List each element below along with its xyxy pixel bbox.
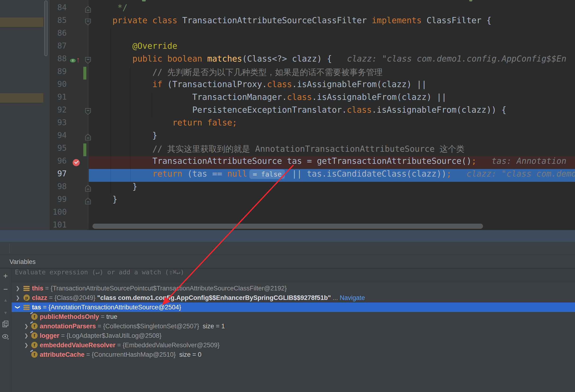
- field-icon: f: [31, 342, 38, 348]
- variables-panel: +−▲▼ Evaluate expression (↵) or add a wa…: [0, 269, 575, 392]
- chevron-right-icon[interactable]: ❯: [24, 331, 29, 340]
- line-number-93: 93: [50, 118, 67, 131]
- navigate-link[interactable]: Navigate: [340, 294, 365, 301]
- code-line-94[interactable]: }: [89, 131, 575, 144]
- indent-guide: [130, 67, 131, 182]
- variable-row-tas[interactable]: ❯tas = {AnnotationTransactionAttributeSo…: [12, 302, 575, 312]
- line-number-88: 88: [50, 54, 67, 67]
- variable-row-embeddedValueResolver[interactable]: ❯fembeddedValueResolver = {EmbeddedValue…: [12, 340, 575, 350]
- variable-row-logger[interactable]: ❯flogger = {LogAdapter$JavaUtilLog@2508}: [12, 331, 575, 340]
- code-line-99[interactable]: }: [89, 195, 575, 207]
- variable-value: = {TransactionAttributeSourcePointcut$Tr…: [43, 285, 287, 292]
- line-number-86: 86: [50, 28, 67, 41]
- variable-name: clazz: [32, 294, 47, 301]
- line-number-94: 94: [50, 131, 67, 144]
- variable-value: = {ConcurrentHashMap@2510}: [84, 351, 179, 358]
- line-number-92: 92: [50, 105, 67, 118]
- chevron-right-icon[interactable]: ❯: [24, 321, 29, 331]
- inline-debugger-hint: clazz: "class com.demo1.config.AppConfig…: [347, 54, 566, 63]
- code-line-92[interactable]: PersistenceExceptionTranslator.class.isA…: [89, 105, 575, 118]
- fold-start-marker[interactable]: [85, 19, 91, 25]
- inline-debugger-hint: clazz: "class com.demo: [467, 169, 575, 178]
- variable-row-publicMethodsOnly[interactable]: fpublicMethodsOnly = true: [12, 312, 575, 321]
- chevron-right-icon[interactable]: ❯: [15, 293, 20, 302]
- override-method-icon[interactable]: I↑: [70, 54, 84, 67]
- field-icon: f: [31, 332, 38, 339]
- code-line-100[interactable]: [89, 207, 575, 220]
- move-down-button[interactable]: ▼: [0, 309, 11, 317]
- variable-row-clazz[interactable]: ❯pclazz = {Class@2049} "class com.demo1.…: [12, 293, 575, 302]
- line-number-85: 85: [50, 16, 67, 28]
- variable-row-this[interactable]: ❯this = {TransactionAttributeSourcePoint…: [12, 284, 575, 293]
- remove-watch-button[interactable]: −: [0, 285, 11, 294]
- code-line-96[interactable]: TransactionAttributeSource tas = getTran…: [89, 156, 575, 169]
- variable-icon: [24, 286, 30, 291]
- code-line-90[interactable]: if (TransactionalProxy.class.isAssignabl…: [89, 79, 575, 92]
- indent-guide: [151, 92, 152, 118]
- add-watch-button[interactable]: +: [0, 272, 11, 280]
- variable-value: = {LogAdapter$JavaUtilLog@2508}: [59, 332, 162, 339]
- line-number-98: 98: [50, 182, 67, 195]
- toolbar-separator: [9, 244, 10, 253]
- line-number-84: 84: [50, 3, 67, 16]
- code-line-97[interactable]: return (tas == null= false || tas.isCand…: [89, 169, 575, 182]
- line-number-100: 100: [50, 207, 67, 220]
- debugger-toolbar: [0, 242, 575, 255]
- pin-icon: [30, 321, 33, 324]
- indent-guide: [111, 28, 111, 195]
- fold-end-marker[interactable]: [85, 197, 91, 204]
- code-line-93[interactable]: return false;: [89, 118, 575, 131]
- variable-name: tas: [32, 304, 41, 311]
- pin-icon: [30, 350, 33, 352]
- eye-icon[interactable]: [0, 334, 11, 341]
- fold-end-marker[interactable]: [85, 133, 91, 141]
- field-icon: f: [31, 313, 38, 320]
- code-line-87[interactable]: @Override: [89, 41, 575, 54]
- code-line-89[interactable]: // 先判断是否为以下几种类型，如果是的话不需要被事务管理: [89, 67, 575, 79]
- line-number-91: 91: [50, 92, 67, 105]
- variable-row-attributeCache[interactable]: fattributeCache = {ConcurrentHashMap@251…: [12, 350, 575, 359]
- breakpoint-icon[interactable]: [73, 159, 80, 166]
- variable-value: = {Collections$SingletonSet@2507}: [96, 323, 203, 330]
- fold-end-marker[interactable]: [85, 6, 91, 13]
- fold-start-marker[interactable]: [85, 57, 91, 64]
- variable-name: embeddedValueResolver: [40, 342, 116, 349]
- code-line-91[interactable]: TransactionManager.class.isAssignableFro…: [89, 92, 575, 105]
- variable-value: =: [99, 313, 106, 320]
- debugger-tabs-row: Variables: [0, 255, 575, 268]
- code-editor[interactable]: */ private class TransactionAttributeSou…: [0, 0, 575, 230]
- variable-value: size = 0: [179, 351, 201, 358]
- code-line-86[interactable]: [89, 28, 575, 41]
- chevron-down-icon[interactable]: ❯: [13, 305, 23, 310]
- code-line-98[interactable]: }: [89, 182, 575, 195]
- code-line-88[interactable]: public boolean matches(Class<?> clazz) {…: [89, 54, 575, 67]
- line-number-87: 87: [50, 41, 67, 54]
- variable-value: = {EmbeddedValueResolver@2509}: [116, 342, 220, 349]
- gutter-layer: 8485868788I↑8990919293949596979899100101: [50, 0, 91, 230]
- chevron-right-icon[interactable]: ❯: [24, 340, 29, 350]
- editor-horizontal-scrollbar[interactable]: [93, 224, 483, 229]
- variable-row-annotationParsers[interactable]: ❯fannotationParsers = {Collections$Singl…: [12, 321, 575, 331]
- code-line-84[interactable]: */: [89, 3, 575, 16]
- debug-panel-header-band: [0, 230, 575, 242]
- fold-start-marker[interactable]: [85, 108, 91, 115]
- move-up-button[interactable]: ▲: [0, 296, 11, 304]
- variable-value: "class com.demo1.config.AppConfig$$Enhan…: [97, 294, 331, 301]
- pin-icon: [30, 312, 33, 315]
- variable-value: size = 1: [203, 323, 225, 330]
- variable-value: true: [106, 313, 117, 320]
- fold-end-marker[interactable]: [85, 185, 91, 192]
- tab-variables[interactable]: Variables: [9, 256, 36, 268]
- vcs-change-marker: [83, 67, 86, 79]
- copy-icon[interactable]: [0, 320, 11, 329]
- ide-window: */ private class TransactionAttributeSou…: [0, 0, 575, 392]
- line-number-96: 96: [50, 156, 67, 169]
- vcs-change-marker: [83, 144, 86, 156]
- code-line-95[interactable]: // 其实这里获取到的就是 AnnotationTransactionAttri…: [89, 144, 575, 156]
- chevron-right-icon[interactable]: ❯: [15, 284, 20, 293]
- pin-icon: [30, 331, 33, 334]
- code-line-85[interactable]: private class TransactionAttributeSource…: [89, 16, 575, 28]
- variable-name: publicMethodsOnly: [40, 313, 99, 320]
- variable-value: = {Class@2049}: [47, 294, 97, 301]
- inline-debugger-hint: tas: Annotation: [492, 156, 567, 166]
